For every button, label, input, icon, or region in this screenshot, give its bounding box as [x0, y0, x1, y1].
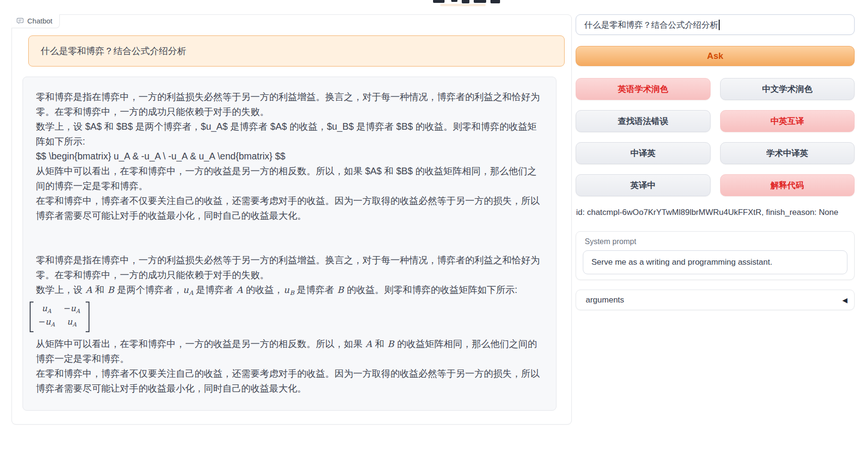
math-subscript: B	[290, 289, 294, 296]
title-fragment	[462, 0, 469, 3]
title-fragment	[490, 0, 500, 3]
quick-actions: 英语学术润色 中文学术润色 查找语法错误 中英互译 中译英 学术中译英 英译中 …	[576, 78, 855, 196]
quick-button-en-to-zh[interactable]: 英译中	[576, 174, 711, 196]
bot-raw-paragraph: 零和博弈是指在博弈中，一方的利益损失必然等于另一方的利益增益。换言之，对于每一种…	[36, 90, 544, 119]
math-var: B	[387, 339, 395, 349]
matrix-cell: −uA	[64, 303, 80, 316]
chat-bubble-icon	[16, 17, 24, 25]
bot-message: 零和博弈是指在博弈中，一方的利益损失必然等于另一方的利益增益。换言之，对于每一种…	[22, 77, 556, 411]
question-input[interactable]: 什么是零和博弈？结合公式介绍分析	[576, 14, 855, 35]
matrix-right-bracket	[86, 302, 89, 332]
user-message-text: 什么是零和博弈？结合公式介绍分析	[41, 46, 186, 56]
bot-rendered-paragraph: 在零和博弈中，博弈者不仅要关注自己的收益，还需要考虑对手的收益。因为一方取得的收…	[36, 366, 544, 396]
title-fragment	[440, 4, 486, 6]
quick-button-zh-en-mutual-translate[interactable]: 中英互译	[720, 110, 855, 132]
math-var: B	[107, 285, 115, 295]
bot-raw-formula: $$ \begin{bmatrix} u_A & -u_A \ -u_A & u…	[36, 149, 544, 164]
accordion-collapse-icon: ◀	[842, 296, 847, 304]
math-var: A	[365, 339, 372, 349]
ask-button[interactable]: Ask	[576, 46, 855, 66]
matrix-cell: −uA	[38, 316, 55, 330]
bot-rendered-paragraph: 零和博弈是指在博弈中，一方的利益损失必然等于另一方的利益增益。换言之，对于每一种…	[36, 253, 544, 282]
bot-rendered-paragraph: 从矩阵中可以看出，在零和博弈中，一方的收益是另一方的相反数。所以，如果 A 和 …	[36, 337, 544, 366]
math-subscript: A	[189, 289, 193, 296]
chatbot-label: Chatbot	[11, 14, 60, 28]
math-var: A	[236, 285, 243, 295]
matrix-cell: uA	[38, 303, 55, 316]
text-cursor	[719, 20, 720, 30]
quick-button-academic-zh-to-en[interactable]: 学术中译英	[720, 142, 855, 164]
bot-raw-paragraph: 在零和博弈中，博弈者不仅要关注自己的收益，还需要考虑对手的收益。因为一方取得的收…	[36, 193, 544, 223]
math-var: A	[85, 285, 92, 295]
question-input-value: 什么是零和博弈？结合公式介绍分析	[584, 19, 718, 31]
title-fragment	[474, 0, 486, 3]
title-fragment	[433, 0, 445, 3]
arguments-accordion-label: arguments	[586, 295, 624, 305]
quick-button-explain-code[interactable]: 解释代码	[720, 174, 855, 196]
bot-raw-paragraph: 从矩阵中可以看出，在零和博弈中，一方的收益是另一方的相反数。所以，如果 $A$ …	[36, 164, 544, 193]
quick-button-chinese-academic-polish[interactable]: 中文学术润色	[720, 78, 855, 100]
math-var: u	[283, 285, 290, 295]
bot-rendered-math-line: 数学上，设 A 和 B 是两个博弈者，uA 是博弈者 A 的收益，uB 是博弈者…	[36, 282, 544, 300]
matrix-left-bracket	[30, 302, 33, 332]
quick-button-zh-to-en[interactable]: 中译英	[576, 142, 711, 164]
chatbot-panel: Chatbot 什么是零和博弈？结合公式介绍分析 零和博弈是指在博弈中，一方的利…	[11, 14, 572, 425]
title-fragment	[451, 0, 457, 2]
math-var: B	[337, 285, 345, 295]
matrix-cell: uA	[64, 316, 80, 330]
payoff-matrix: uA −uA −uA uA	[30, 302, 89, 332]
bot-raw-paragraph: 数学上，设 $A$ 和 $B$ 是两个博弈者，$u_A$ 是博弈者 $A$ 的收…	[36, 119, 544, 149]
system-prompt-input[interactable]: Serve me as a writing and programming as…	[583, 250, 847, 274]
system-prompt-label: System prompt	[576, 232, 854, 246]
math-var: u	[182, 285, 189, 295]
clipped-page-title	[428, 0, 510, 8]
user-message: 什么是零和博弈？结合公式介绍分析	[28, 35, 565, 67]
app-root: Chatbot 什么是零和博弈？结合公式介绍分析 零和博弈是指在博弈中，一方的利…	[0, 0, 868, 460]
system-prompt-group: System prompt Serve me as a writing and …	[576, 231, 855, 280]
paragraph-gap	[36, 223, 544, 253]
status-line: id: chatcmpl-6wOo7KrYTwMl89lbrMWRu4UkFFX…	[576, 208, 855, 217]
quick-button-english-academic-polish[interactable]: 英语学术润色	[576, 78, 711, 100]
chatbot-label-text: Chatbot	[27, 17, 53, 25]
quick-button-find-grammar-errors[interactable]: 查找语法错误	[576, 110, 711, 132]
arguments-accordion[interactable]: arguments ◀	[576, 290, 855, 310]
